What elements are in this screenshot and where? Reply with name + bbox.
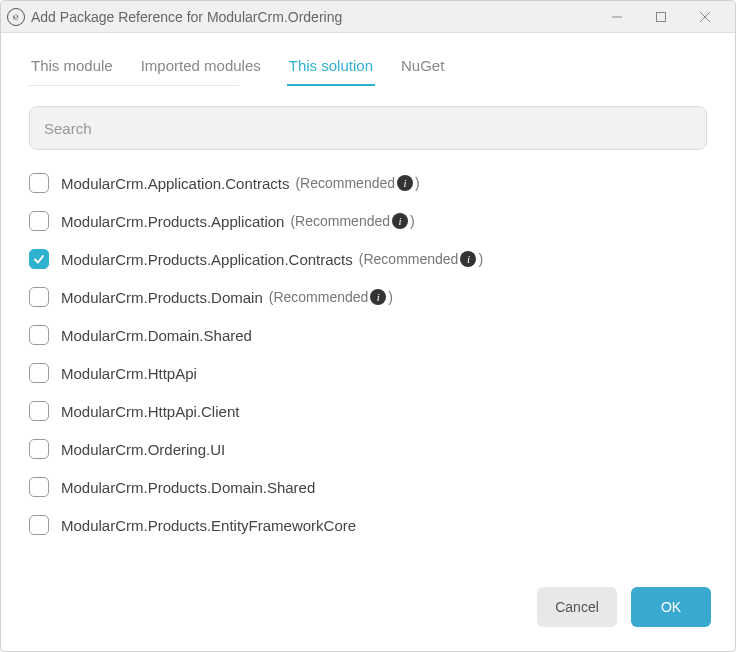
package-checkbox[interactable] xyxy=(29,287,49,307)
package-row[interactable]: ModularCrm.Products.Application.Contract… xyxy=(29,240,703,278)
package-name: ModularCrm.Application.Contracts xyxy=(61,175,289,192)
package-row[interactable]: ModularCrm.HttpApi.Client xyxy=(29,392,703,430)
maximize-icon xyxy=(655,11,667,23)
info-icon[interactable]: i xyxy=(392,213,408,229)
maximize-button[interactable] xyxy=(639,3,683,31)
tab-this-module[interactable]: This module xyxy=(29,51,115,86)
package-name: ModularCrm.Products.Domain.Shared xyxy=(61,479,315,496)
tab-bar: This moduleImported modulesThis solution… xyxy=(1,33,735,86)
minimize-button[interactable] xyxy=(595,3,639,31)
close-icon xyxy=(699,11,711,23)
ok-button[interactable]: OK xyxy=(631,587,711,627)
package-name: ModularCrm.Products.Application.Contract… xyxy=(61,251,353,268)
checkmark-icon xyxy=(33,253,45,265)
package-name: ModularCrm.Domain.Shared xyxy=(61,327,252,344)
package-row[interactable]: ModularCrm.Domain.Shared xyxy=(29,316,703,354)
package-name: ModularCrm.Ordering.UI xyxy=(61,441,225,458)
package-row[interactable]: ModularCrm.Products.Domain.Shared xyxy=(29,468,703,506)
recommended-badge: (Recommended i) xyxy=(269,289,393,305)
tab-nuget[interactable]: NuGet xyxy=(399,51,446,86)
package-name: ModularCrm.Products.Application xyxy=(61,213,284,230)
title-bar: ℮ Add Package Reference for ModularCrm.O… xyxy=(1,1,735,33)
package-name: ModularCrm.Products.EntityFrameworkCore xyxy=(61,517,356,534)
tab-this-solution[interactable]: This solution xyxy=(287,51,375,86)
tab-imported-modules[interactable]: Imported modules xyxy=(139,51,263,86)
app-icon: ℮ xyxy=(7,8,25,26)
search-input[interactable] xyxy=(29,106,707,150)
search-container xyxy=(1,86,735,164)
package-checkbox[interactable] xyxy=(29,173,49,193)
cancel-button[interactable]: Cancel xyxy=(537,587,617,627)
package-checkbox[interactable] xyxy=(29,401,49,421)
package-name: ModularCrm.HttpApi.Client xyxy=(61,403,239,420)
dialog-footer: Cancel OK xyxy=(1,569,735,651)
package-list-container: ModularCrm.Application.Contracts(Recomme… xyxy=(29,164,715,569)
recommended-badge: (Recommended i) xyxy=(295,175,419,191)
recommended-badge: (Recommended i) xyxy=(359,251,483,267)
package-row[interactable]: ModularCrm.HttpApi xyxy=(29,354,703,392)
package-list[interactable]: ModularCrm.Application.Contracts(Recomme… xyxy=(29,164,715,569)
package-checkbox[interactable] xyxy=(29,325,49,345)
window-title: Add Package Reference for ModularCrm.Ord… xyxy=(31,9,595,25)
package-row[interactable]: ModularCrm.Application.Contracts(Recomme… xyxy=(29,164,703,202)
package-checkbox[interactable] xyxy=(29,363,49,383)
close-button[interactable] xyxy=(683,3,727,31)
package-row[interactable]: ModularCrm.Products.Application(Recommen… xyxy=(29,202,703,240)
recommended-badge: (Recommended i) xyxy=(290,213,414,229)
package-row[interactable]: ModularCrm.Products.EntityFrameworkCore xyxy=(29,506,703,544)
info-icon[interactable]: i xyxy=(397,175,413,191)
package-row[interactable]: ModularCrm.Products.Domain(Recommended i… xyxy=(29,278,703,316)
package-row[interactable]: ModularCrm.Ordering.UI xyxy=(29,430,703,468)
package-checkbox[interactable] xyxy=(29,477,49,497)
package-checkbox[interactable] xyxy=(29,439,49,459)
info-icon[interactable]: i xyxy=(370,289,386,305)
package-name: ModularCrm.Products.Domain xyxy=(61,289,263,306)
package-name: ModularCrm.HttpApi xyxy=(61,365,197,382)
svg-rect-1 xyxy=(657,12,666,21)
package-checkbox[interactable] xyxy=(29,211,49,231)
minimize-icon xyxy=(611,11,623,23)
info-icon[interactable]: i xyxy=(460,251,476,267)
package-checkbox[interactable] xyxy=(29,515,49,535)
package-checkbox[interactable] xyxy=(29,249,49,269)
